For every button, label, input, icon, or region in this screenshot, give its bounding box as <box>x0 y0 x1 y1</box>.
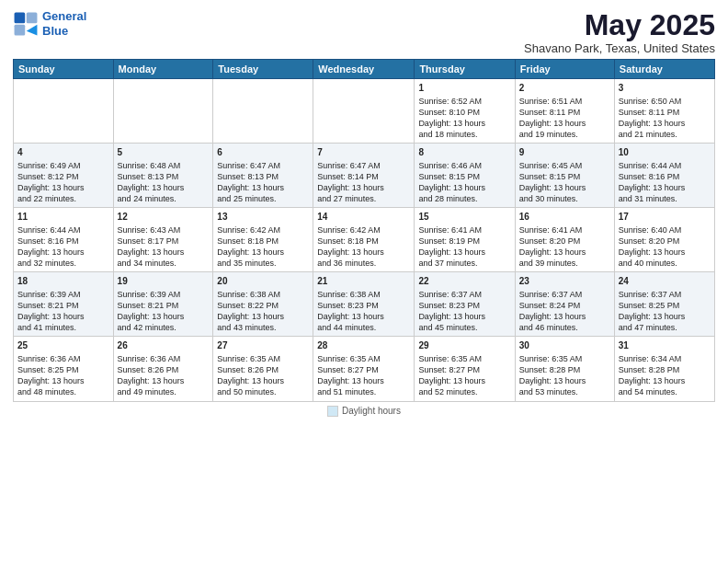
logo-text: General Blue <box>42 9 86 38</box>
calendar-row-4: 25Sunrise: 6:36 AM Sunset: 8:25 PM Dayli… <box>14 337 715 401</box>
calendar-cell: 16Sunrise: 6:41 AM Sunset: 8:20 PM Dayli… <box>515 208 614 272</box>
day-info: Sunrise: 6:35 AM Sunset: 8:27 PM Dayligh… <box>317 353 410 398</box>
day-info: Sunrise: 6:41 AM Sunset: 8:20 PM Dayligh… <box>519 224 610 270</box>
day-number: 15 <box>418 211 510 224</box>
calendar-cell: 25Sunrise: 6:36 AM Sunset: 8:25 PM Dayli… <box>14 337 114 401</box>
day-info: Sunrise: 6:39 AM Sunset: 8:21 PM Dayligh… <box>17 289 109 334</box>
calendar-cell: 23Sunrise: 6:37 AM Sunset: 8:24 PM Dayli… <box>515 272 614 337</box>
calendar-cell: 1Sunrise: 6:52 AM Sunset: 8:10 PM Daylig… <box>415 79 515 144</box>
calendar-cell: 7Sunrise: 6:47 AM Sunset: 8:14 PM Daylig… <box>313 144 415 208</box>
calendar-cell: 20Sunrise: 6:38 AM Sunset: 8:22 PM Dayli… <box>213 272 313 337</box>
day-info: Sunrise: 6:44 AM Sunset: 8:16 PM Dayligh… <box>619 160 711 205</box>
col-header-wednesday: Wednesday <box>313 60 415 79</box>
calendar-cell: 2Sunrise: 6:51 AM Sunset: 8:11 PM Daylig… <box>515 79 614 144</box>
day-number: 13 <box>217 211 309 224</box>
day-info: Sunrise: 6:47 AM Sunset: 8:14 PM Dayligh… <box>317 160 410 205</box>
day-number: 11 <box>17 211 109 224</box>
calendar-cell: 22Sunrise: 6:37 AM Sunset: 8:23 PM Dayli… <box>415 272 515 337</box>
day-info: Sunrise: 6:50 AM Sunset: 8:11 PM Dayligh… <box>619 96 711 141</box>
calendar-cell: 19Sunrise: 6:39 AM Sunset: 8:21 PM Dayli… <box>113 272 213 337</box>
day-number: 8 <box>418 146 510 159</box>
day-info: Sunrise: 6:39 AM Sunset: 8:21 PM Dayligh… <box>118 289 210 334</box>
day-number: 16 <box>519 211 610 224</box>
calendar-cell: 26Sunrise: 6:36 AM Sunset: 8:26 PM Dayli… <box>113 337 213 401</box>
logo-general: General <box>42 9 86 23</box>
calendar-cell: 18Sunrise: 6:39 AM Sunset: 8:21 PM Dayli… <box>14 272 114 337</box>
day-info: Sunrise: 6:40 AM Sunset: 8:20 PM Dayligh… <box>619 224 711 270</box>
day-number: 7 <box>317 146 410 159</box>
col-header-thursday: Thursday <box>415 60 515 79</box>
page-header: General Blue May 2025 Shavano Park, Texa… <box>13 9 715 55</box>
legend-box <box>327 406 338 417</box>
calendar-cell: 6Sunrise: 6:47 AM Sunset: 8:13 PM Daylig… <box>213 144 313 208</box>
calendar-cell: 13Sunrise: 6:42 AM Sunset: 8:18 PM Dayli… <box>213 208 313 272</box>
svg-rect-1 <box>27 12 38 23</box>
calendar-row-2: 11Sunrise: 6:44 AM Sunset: 8:16 PM Dayli… <box>14 208 715 272</box>
day-number: 3 <box>619 82 711 95</box>
calendar-cell: 30Sunrise: 6:35 AM Sunset: 8:28 PM Dayli… <box>515 337 614 401</box>
calendar-cell <box>14 79 114 144</box>
calendar-cell <box>213 79 313 144</box>
day-info: Sunrise: 6:52 AM Sunset: 8:10 PM Dayligh… <box>418 96 510 141</box>
calendar-cell: 17Sunrise: 6:40 AM Sunset: 8:20 PM Dayli… <box>614 208 714 272</box>
day-info: Sunrise: 6:47 AM Sunset: 8:13 PM Dayligh… <box>217 160 309 205</box>
day-number: 6 <box>217 146 309 159</box>
day-info: Sunrise: 6:51 AM Sunset: 8:11 PM Dayligh… <box>519 96 610 141</box>
day-info: Sunrise: 6:35 AM Sunset: 8:27 PM Dayligh… <box>418 353 510 398</box>
calendar-table: SundayMondayTuesdayWednesdayThursdayFrid… <box>13 59 715 401</box>
logo-icon <box>13 11 39 37</box>
day-number: 28 <box>317 339 410 352</box>
calendar-row-3: 18Sunrise: 6:39 AM Sunset: 8:21 PM Dayli… <box>14 272 715 337</box>
day-number: 24 <box>619 275 711 288</box>
day-number: 31 <box>619 339 711 352</box>
day-info: Sunrise: 6:35 AM Sunset: 8:28 PM Dayligh… <box>519 353 610 398</box>
day-info: Sunrise: 6:46 AM Sunset: 8:15 PM Dayligh… <box>418 160 510 205</box>
calendar-cell: 28Sunrise: 6:35 AM Sunset: 8:27 PM Dayli… <box>313 337 415 401</box>
calendar-footer: Daylight hours <box>13 406 715 417</box>
calendar-cell: 31Sunrise: 6:34 AM Sunset: 8:28 PM Dayli… <box>614 337 714 401</box>
day-number: 1 <box>418 82 510 95</box>
page-container: General Blue May 2025 Shavano Park, Texa… <box>0 0 728 563</box>
day-number: 14 <box>317 211 410 224</box>
day-number: 29 <box>418 339 510 352</box>
calendar-cell: 3Sunrise: 6:50 AM Sunset: 8:11 PM Daylig… <box>614 79 714 144</box>
col-header-sunday: Sunday <box>14 60 114 79</box>
calendar-cell: 14Sunrise: 6:42 AM Sunset: 8:18 PM Dayli… <box>313 208 415 272</box>
day-info: Sunrise: 6:36 AM Sunset: 8:26 PM Dayligh… <box>118 353 210 398</box>
day-info: Sunrise: 6:35 AM Sunset: 8:26 PM Dayligh… <box>217 353 309 398</box>
day-info: Sunrise: 6:41 AM Sunset: 8:19 PM Dayligh… <box>418 224 510 270</box>
day-number: 23 <box>519 275 610 288</box>
calendar-row-1: 4Sunrise: 6:49 AM Sunset: 8:12 PM Daylig… <box>14 144 715 208</box>
day-info: Sunrise: 6:36 AM Sunset: 8:25 PM Dayligh… <box>17 353 109 398</box>
day-number: 17 <box>619 211 711 224</box>
day-info: Sunrise: 6:42 AM Sunset: 8:18 PM Dayligh… <box>217 224 309 270</box>
day-number: 19 <box>118 275 210 288</box>
calendar-cell: 27Sunrise: 6:35 AM Sunset: 8:26 PM Dayli… <box>213 337 313 401</box>
calendar-cell: 5Sunrise: 6:48 AM Sunset: 8:13 PM Daylig… <box>113 144 213 208</box>
day-info: Sunrise: 6:37 AM Sunset: 8:24 PM Dayligh… <box>519 289 610 334</box>
calendar-cell: 29Sunrise: 6:35 AM Sunset: 8:27 PM Dayli… <box>415 337 515 401</box>
day-number: 9 <box>519 146 610 159</box>
svg-rect-2 <box>15 24 26 35</box>
day-info: Sunrise: 6:38 AM Sunset: 8:22 PM Dayligh… <box>217 289 309 334</box>
day-number: 30 <box>519 339 610 352</box>
day-info: Sunrise: 6:44 AM Sunset: 8:16 PM Dayligh… <box>17 224 109 270</box>
svg-marker-3 <box>27 24 38 35</box>
calendar-cell: 11Sunrise: 6:44 AM Sunset: 8:16 PM Dayli… <box>14 208 114 272</box>
calendar-cell: 10Sunrise: 6:44 AM Sunset: 8:16 PM Dayli… <box>614 144 714 208</box>
logo-blue: Blue <box>42 24 68 38</box>
day-number: 5 <box>118 146 210 159</box>
day-number: 22 <box>418 275 510 288</box>
col-header-saturday: Saturday <box>614 60 714 79</box>
title-block: May 2025 Shavano Park, Texas, United Sta… <box>524 9 715 55</box>
day-info: Sunrise: 6:38 AM Sunset: 8:23 PM Dayligh… <box>317 289 410 334</box>
day-info: Sunrise: 6:43 AM Sunset: 8:17 PM Dayligh… <box>118 224 210 270</box>
calendar-header-row: SundayMondayTuesdayWednesdayThursdayFrid… <box>14 60 715 79</box>
col-header-friday: Friday <box>515 60 614 79</box>
day-info: Sunrise: 6:37 AM Sunset: 8:25 PM Dayligh… <box>619 289 711 334</box>
legend-label: Daylight hours <box>342 406 401 416</box>
calendar-cell: 9Sunrise: 6:45 AM Sunset: 8:15 PM Daylig… <box>515 144 614 208</box>
day-number: 4 <box>17 146 109 159</box>
day-number: 21 <box>317 275 410 288</box>
day-number: 10 <box>619 146 711 159</box>
